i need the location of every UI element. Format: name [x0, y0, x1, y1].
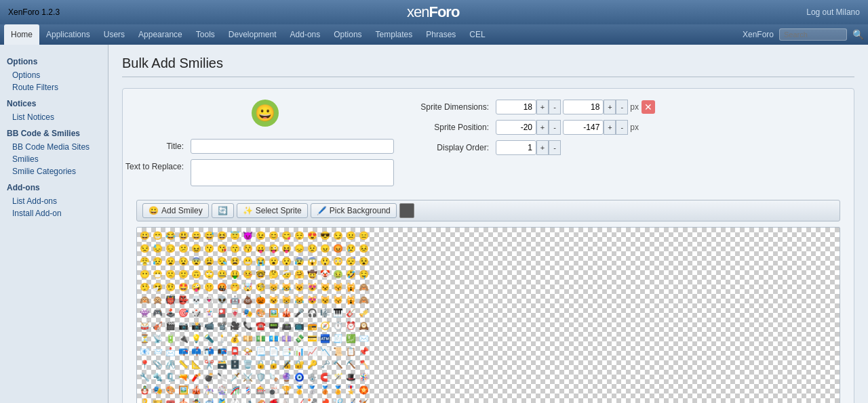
emoji-cell[interactable]: 🙀 [344, 293, 357, 306]
emoji-cell[interactable]: 😻 [306, 280, 319, 293]
emoji-cell[interactable]: 🪚 [267, 370, 280, 383]
emoji-cell[interactable]: 🔏 [280, 358, 293, 370]
emoji-cell[interactable]: 😘 [216, 242, 229, 255]
emoji-cell[interactable]: 📮 [229, 345, 241, 358]
emoji-cell[interactable]: 😽 [332, 280, 344, 293]
emoji-cell[interactable]: 😢 [344, 242, 357, 255]
emoji-cell[interactable]: 🗜️ [164, 370, 177, 383]
emoji-cell[interactable]: 😌 [293, 229, 306, 242]
emoji-cell[interactable]: 😈 [241, 229, 254, 242]
emoji-cell[interactable]: 🏒 [293, 396, 306, 403]
sprite-w-input[interactable] [496, 100, 536, 114]
emoji-cell[interactable]: 📞 [241, 319, 254, 332]
emoji-cell[interactable]: 💸 [293, 332, 306, 345]
emoji-cell[interactable]: 💵 [254, 332, 267, 345]
emoji-cell[interactable]: 🤧 [151, 280, 164, 293]
emoji-cell[interactable]: 🔋 [164, 332, 177, 345]
emoji-cell[interactable]: 🙂 [177, 268, 190, 280]
emoji-cell[interactable]: 🥉 [319, 383, 332, 396]
emoji-cell[interactable]: 😼 [319, 293, 332, 306]
emoji-cell[interactable]: 🎩 [344, 370, 357, 383]
emoji-cell[interactable]: 🕹️ [164, 306, 177, 319]
emoji-cell[interactable]: 🖼️ [177, 383, 190, 396]
emoji-cell[interactable]: 🔦 [203, 332, 216, 345]
emoji-cell[interactable]: 🎪 [280, 306, 293, 319]
emoji-cell[interactable]: 😸 [280, 293, 293, 306]
sidebar-item-smilie-categories[interactable]: Smilie Categories [0, 165, 108, 177]
emoji-cell[interactable]: 😧 [177, 255, 190, 268]
sprite-y-plus-btn[interactable]: + [604, 120, 616, 135]
emoji-cell[interactable]: 🤩 [177, 280, 190, 293]
emoji-cell[interactable]: 🎰 [254, 383, 267, 396]
emoji-cell[interactable]: 🪅 [357, 370, 370, 383]
emoji-cell[interactable]: 📉 [319, 345, 332, 358]
emoji-cell[interactable]: 😭 [254, 255, 267, 268]
emoji-cell[interactable]: 🤑 [229, 268, 241, 280]
emoji-cell[interactable]: 🗝️ [319, 358, 332, 370]
emoji-cell[interactable]: 🛡️ [254, 370, 267, 383]
emoji-cell[interactable]: 🥈 [306, 383, 319, 396]
emoji-cell[interactable]: 💰 [229, 332, 241, 345]
emoji-cell[interactable]: ✂️ [203, 358, 216, 370]
emoji-cell[interactable]: 💹 [344, 332, 357, 345]
select-sprite-button[interactable]: ✨ Select Sprite [237, 203, 308, 218]
title-input[interactable] [191, 139, 394, 154]
emoji-cell[interactable]: 🤫 [203, 280, 216, 293]
emoji-cell[interactable]: 😓 [151, 242, 164, 255]
emoji-cell[interactable]: 🙈 [357, 293, 370, 306]
emoji-cell[interactable]: 📽️ [216, 319, 229, 332]
emoji-cell[interactable]: 🤠 [306, 268, 319, 280]
emoji-cell[interactable]: 📠 [280, 319, 293, 332]
emoji-cell[interactable]: 🙈 [357, 280, 370, 293]
emoji-cell[interactable]: 🎠 [203, 383, 216, 396]
emoji-cell[interactable]: 😹 [280, 280, 293, 293]
sprite-w-minus-btn[interactable]: - [549, 100, 561, 114]
emoji-cell[interactable]: 💴 [241, 332, 254, 345]
emoji-cell[interactable]: 🤣 [344, 268, 357, 280]
emoji-cell[interactable]: 😗 [203, 242, 216, 255]
emoji-cell[interactable]: 🎨 [164, 383, 177, 396]
emoji-cell[interactable]: 😁 [151, 229, 164, 242]
emoji-cell[interactable]: 📯 [241, 345, 254, 358]
emoji-cell[interactable]: 🎮 [151, 306, 164, 319]
emoji-cell[interactable]: 🤗 [293, 268, 306, 280]
emoji-cell[interactable]: 📋 [344, 345, 357, 358]
emoji-cell[interactable]: 😺 [267, 293, 280, 306]
emoji-cell[interactable]: 📌 [357, 345, 370, 358]
emoji-cell[interactable]: 😕 [177, 242, 190, 255]
emoji-cell[interactable]: 😫 [229, 255, 241, 268]
display-order-minus-btn[interactable]: - [549, 140, 561, 155]
nav-item-applications[interactable]: Applications [39, 24, 97, 45]
emoji-cell[interactable]: 🎼 [319, 306, 332, 319]
emoji-cell[interactable]: 😙 [229, 242, 241, 255]
emoji-cell[interactable]: 🎺 [357, 306, 370, 319]
emoji-cell[interactable]: 😍 [306, 229, 319, 242]
emoji-cell[interactable]: 🔫 [177, 370, 190, 383]
emoji-cell[interactable]: 🤔 [267, 268, 280, 280]
emoji-cell[interactable]: 🎪 [177, 396, 190, 403]
emoji-cell[interactable]: 😹 [293, 293, 306, 306]
emoji-cell[interactable]: 🧿 [293, 370, 306, 383]
emoji-cell[interactable]: 🔐 [293, 358, 306, 370]
emoji-cell[interactable]: ⏰ [344, 319, 357, 332]
nav-item-options[interactable]: Options [327, 24, 368, 45]
emoji-cell[interactable]: 📧 [138, 345, 151, 358]
emoji-cell[interactable]: 🔮 [280, 370, 293, 383]
sprite-h-input[interactable] [563, 100, 604, 114]
emoji-cell[interactable]: 🤓 [254, 268, 267, 280]
emoji-cell[interactable]: 🤕 [280, 268, 293, 280]
emoji-cell[interactable]: 💩 [241, 293, 254, 306]
emoji-cell[interactable]: 😎 [319, 229, 332, 242]
emoji-cell[interactable]: 🧐 [254, 280, 267, 293]
emoji-cell[interactable]: 🏑 [344, 396, 357, 403]
emoji-cell[interactable]: 💡 [190, 332, 203, 345]
emoji-cell[interactable]: 😀 [138, 229, 151, 242]
emoji-cell[interactable]: 🤬 [216, 280, 229, 293]
emoji-cell[interactable]: 🎽 [216, 396, 229, 403]
emoji-cell[interactable]: ⏱️ [332, 319, 344, 332]
emoji-cell[interactable]: 😱 [306, 255, 319, 268]
emoji-cell[interactable]: 🔩 [151, 370, 164, 383]
emoji-cell[interactable]: 🤤 [357, 268, 370, 280]
emoji-cell[interactable]: 📃 [254, 345, 267, 358]
emoji-cell[interactable]: 🎟️ [164, 396, 177, 403]
